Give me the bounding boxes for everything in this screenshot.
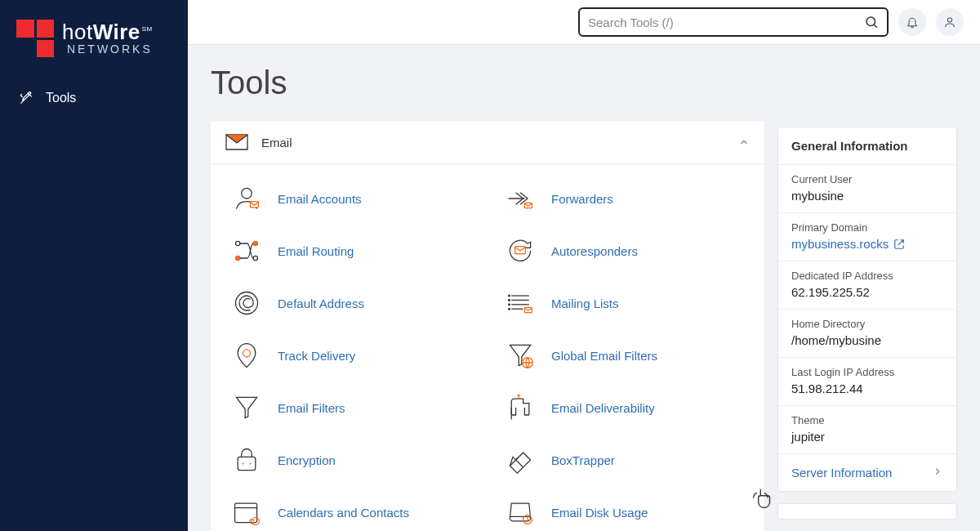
info-home-directory: Home Directory /home/mybusine (778, 310, 956, 358)
tool-encryption[interactable]: Encryption (214, 434, 488, 486)
track-delivery-icon (232, 341, 261, 370)
svg-point-17 (509, 300, 510, 301)
tool-boxtrapper[interactable]: BoxTrapper (488, 434, 761, 486)
svg-point-7 (253, 241, 257, 245)
tool-email-accounts[interactable]: Email Accounts (214, 172, 488, 225)
tool-track-delivery[interactable]: Track Delivery (214, 329, 488, 382)
svg-point-26 (249, 462, 251, 464)
tools-icon (18, 90, 34, 106)
panel-title: Email (261, 136, 738, 149)
default-address-icon (232, 288, 261, 318)
svg-point-27 (516, 457, 518, 459)
svg-line-1 (874, 25, 876, 27)
info-value: /home/mybusine (791, 333, 943, 347)
info-label: Current User (791, 173, 943, 185)
info-title: General Information (778, 127, 956, 165)
envelope-icon (225, 134, 248, 150)
search-input[interactable] (588, 16, 864, 29)
tool-email-deliverability[interactable]: Email Deliverability (488, 382, 761, 434)
info-value: mybusiness.rocks (791, 237, 889, 251)
email-accounts-icon (232, 184, 261, 213)
svg-point-2 (947, 18, 951, 22)
boxtrapper-icon (506, 445, 535, 475)
brand-subtext: NETWORKS (62, 43, 153, 56)
tool-label: Email Deliverability (551, 401, 655, 415)
info-last-login-ip: Last Login IP Address 51.98.212.44 (778, 358, 956, 406)
page-title: Tools (211, 65, 764, 101)
tool-label: Encryption (278, 453, 336, 467)
tool-label: Default Address (278, 297, 364, 310)
tool-email-filters[interactable]: Email Filters (214, 382, 488, 434)
tool-autoresponders[interactable]: Autoresponders (488, 225, 761, 277)
sidebar-item-label: Tools (46, 91, 76, 105)
svg-rect-4 (251, 202, 259, 207)
svg-point-6 (236, 241, 240, 245)
tool-label: Email Filters (278, 401, 345, 415)
server-information-link[interactable]: Server Information (778, 454, 956, 491)
tool-email-routing[interactable]: Email Routing (214, 225, 488, 277)
global-email-filters-icon (506, 341, 535, 370)
notifications-button[interactable] (898, 8, 926, 36)
topbar (188, 0, 980, 45)
tool-label: Global Email Filters (551, 349, 657, 363)
mailing-lists-icon (506, 288, 535, 318)
autoresponders-icon (506, 236, 535, 266)
tool-label: Track Delivery (278, 349, 355, 363)
info-value: 51.98.212.44 (791, 382, 943, 395)
sidebar-item-tools[interactable]: Tools (0, 82, 188, 114)
info-label: Last Login IP Address (791, 366, 943, 378)
svg-point-18 (509, 304, 510, 306)
brand-text-light: hot (62, 20, 93, 44)
svg-rect-10 (515, 247, 526, 254)
brand-sm: SM (142, 25, 153, 33)
email-deliverability-icon (506, 393, 535, 422)
info-label: Theme (791, 414, 943, 426)
svg-rect-24 (238, 457, 256, 470)
tool-label: Calendars and Contacts (278, 506, 409, 520)
info-label: Dedicated IP Address (791, 270, 943, 282)
info-value: jupiter (791, 430, 943, 444)
tool-forwarders[interactable]: Forwarders (488, 172, 761, 225)
email-disk-usage-icon (506, 498, 535, 527)
svg-point-19 (509, 308, 510, 310)
tool-label: BoxTrapper (551, 453, 615, 467)
search-box[interactable] (578, 7, 889, 37)
search-icon (864, 15, 879, 29)
tool-label: Autoresponders (551, 244, 638, 258)
sidebar: hotWireSM NETWORKS Tools (0, 0, 188, 531)
brand-text-bold: Wire (93, 20, 140, 44)
chevron-up-icon (738, 136, 750, 148)
email-panel: Email Email Accounts Forwarders (211, 121, 764, 531)
info-label: Home Directory (791, 318, 943, 330)
account-button[interactable] (936, 8, 964, 36)
tool-label: Email Disk Usage (551, 506, 648, 520)
tool-label: Email Accounts (278, 192, 362, 206)
info-value: 62.195.225.52 (791, 285, 943, 299)
svg-point-16 (509, 295, 510, 297)
tool-calendars-contacts[interactable]: Calendars and Contacts (214, 486, 488, 531)
svg-point-8 (236, 256, 240, 260)
svg-point-21 (243, 350, 251, 357)
svg-point-3 (242, 188, 252, 199)
info-value: mybusine (791, 189, 943, 203)
svg-point-25 (242, 462, 243, 464)
forwarders-icon (506, 184, 535, 213)
bell-icon (906, 16, 919, 29)
tool-email-disk-usage[interactable]: Email Disk Usage (488, 486, 761, 531)
info-label: Primary Domain (791, 221, 943, 234)
tool-mailing-lists[interactable]: Mailing Lists (488, 277, 761, 329)
tool-global-email-filters[interactable]: Global Email Filters (488, 329, 761, 382)
server-info-label: Server Information (791, 466, 892, 480)
tool-label: Email Routing (278, 244, 354, 258)
brand-logo: hotWireSM NETWORKS (0, 20, 188, 82)
tool-default-address[interactable]: Default Address (214, 277, 488, 329)
primary-domain-link[interactable]: mybusiness.rocks (791, 237, 943, 251)
user-icon (943, 16, 956, 29)
email-panel-header[interactable]: Email (211, 121, 764, 164)
svg-point-0 (866, 17, 875, 26)
general-info-panel: General Information Current User mybusin… (777, 127, 957, 492)
external-link-icon (893, 239, 905, 250)
brand-mark-icon (16, 20, 54, 57)
info-theme: Theme jupiter (778, 406, 956, 454)
svg-point-9 (253, 256, 257, 260)
